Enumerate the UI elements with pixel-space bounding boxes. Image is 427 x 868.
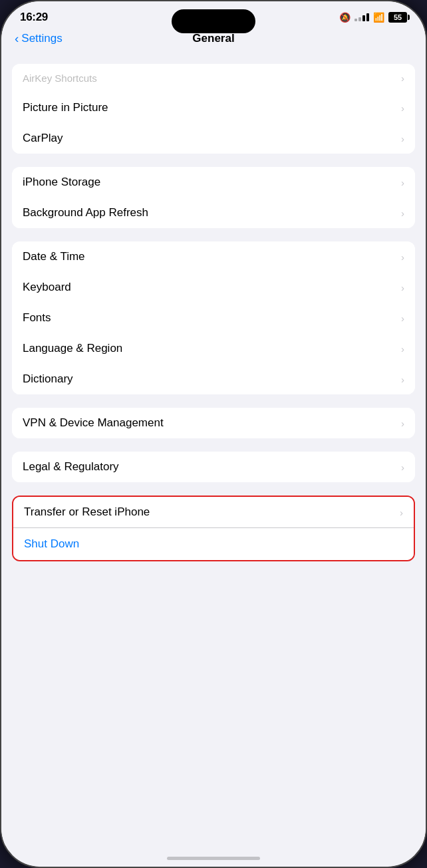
transfer-chevron-icon: › [400,507,403,518]
shutdown-label: Shut Down [24,537,79,551]
signal-bar-3 [362,15,365,21]
signal-bar-1 [355,19,357,21]
fonts-label: Fonts [23,311,51,325]
picture-in-picture-item[interactable]: Picture in Picture › [12,92,415,123]
legal-chevron-icon: › [401,462,404,473]
iphone-storage-label: iPhone Storage [23,176,100,189]
status-icons: 🔕 📶 55 [339,12,407,23]
carplay-item[interactable]: CarPlay › [12,123,415,154]
language-region-label: Language & Region [23,342,122,355]
date-time-label: Date & Time [23,250,85,263]
background-app-refresh-label: Background App Refresh [23,206,148,219]
shutdown-item[interactable]: Shut Down [13,527,414,560]
battery-level: 55 [394,13,402,21]
phone-screen: 16:29 🔕 📶 55 [1,1,426,867]
pip-chevron-icon: › [401,102,404,114]
language-chevron-icon: › [401,343,404,355]
airkey-chevron-icon: › [401,72,404,84]
back-label[interactable]: Settings [21,32,62,45]
section-legal: Legal & Regulatory › [12,452,415,482]
legal-item[interactable]: Legal & Regulatory › [12,452,415,482]
mute-icon: 🔕 [339,12,351,23]
picture-in-picture-label: Picture in Picture [23,101,108,114]
phone-frame: 16:29 🔕 📶 55 [0,0,427,868]
dictionary-chevron-icon: › [401,374,404,385]
carplay-label: CarPlay [23,132,63,145]
keyboard-chevron-icon: › [401,282,404,293]
keyboard-label: Keyboard [23,281,71,294]
vpn-chevron-icon: › [401,418,404,429]
page-title: General [192,32,234,45]
dictionary-item[interactable]: Dictionary › [12,364,415,394]
battery-indicator: 55 [388,12,407,23]
transfer-reset-label: Transfer or Reset iPhone [24,506,150,519]
iphone-storage-item[interactable]: iPhone Storage › [12,167,415,198]
status-time: 16:29 [20,11,48,24]
home-indicator [167,857,260,860]
background-app-refresh-item[interactable]: Background App Refresh › [12,198,415,228]
vpn-label: VPN & Device Management [23,416,164,430]
dictionary-label: Dictionary [23,372,73,386]
section-storage: iPhone Storage › Background App Refresh … [12,167,415,228]
storage-chevron-icon: › [401,177,404,188]
vpn-item[interactable]: VPN & Device Management › [12,408,415,438]
airkey-shortcuts-item[interactable]: AirKey Shortcuts › [12,64,415,92]
fonts-chevron-icon: › [401,313,404,324]
bar-chevron-icon: › [401,208,404,219]
section-transfer-shutdown: Transfer or Reset iPhone › Shut Down [12,496,415,561]
wifi-icon: 📶 [373,12,384,23]
keyboard-item[interactable]: Keyboard › [12,272,415,303]
carplay-chevron-icon: › [401,133,404,144]
signal-bar-2 [358,17,361,21]
datetime-chevron-icon: › [401,251,404,263]
content-area: AirKey Shortcuts › Picture in Picture › … [1,51,426,849]
signal-bar-4 [366,13,369,21]
transfer-reset-item[interactable]: Transfer or Reset iPhone › [13,497,414,527]
back-chevron-icon: ‹ [15,31,19,46]
signal-bars [355,13,369,21]
language-region-item[interactable]: Language & Region › [12,333,415,364]
section-top: AirKey Shortcuts › Picture in Picture › … [12,64,415,154]
fonts-item[interactable]: Fonts › [12,303,415,333]
legal-label: Legal & Regulatory [23,460,119,474]
section-vpn: VPN & Device Management › [12,408,415,438]
back-button[interactable]: ‹ Settings [15,31,63,46]
dynamic-island [172,9,255,33]
airkey-shortcuts-label: AirKey Shortcuts [23,72,97,84]
date-time-item[interactable]: Date & Time › [12,241,415,272]
section-locale: Date & Time › Keyboard › Fonts › Languag… [12,241,415,394]
